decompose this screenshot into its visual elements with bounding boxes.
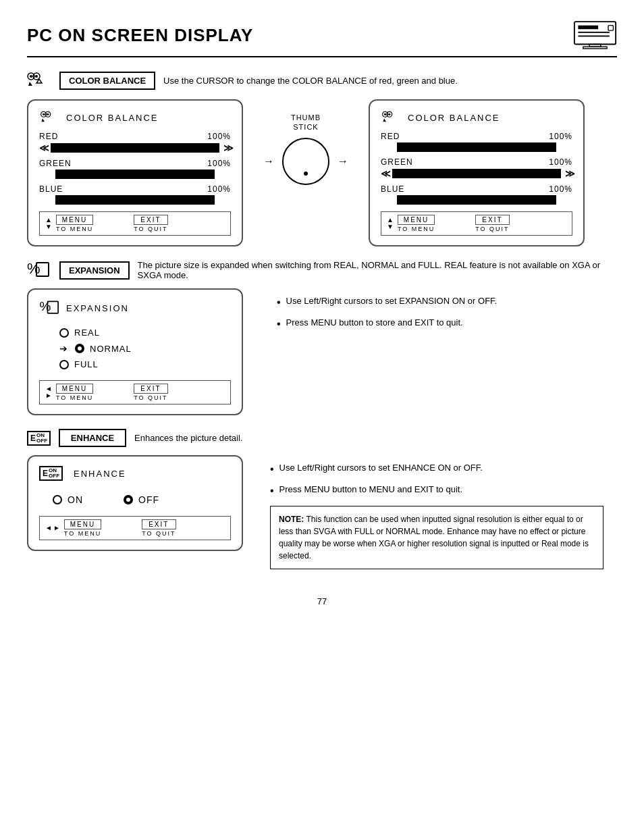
expansion-osd-title-text: EXPANSION: [66, 303, 129, 313]
left-osd-title-text: COLOR BALANCE: [66, 113, 159, 123]
enhance-osd-title-text: ENHANCE: [74, 469, 126, 479]
thumbstick-dot: [304, 172, 308, 176]
enhance-nav-arrows: ◄ ►: [45, 525, 60, 531]
svg-point-18: [388, 113, 390, 115]
enhance-label: ENHANCE: [59, 429, 126, 447]
enhance-left-arrow: ◄: [45, 525, 52, 531]
blue-label: BLUE: [39, 184, 63, 194]
enhance-on-label: ON: [68, 494, 83, 505]
expansion-right-panel: Use Left/Right cursors to set EXPANSION …: [263, 288, 617, 346]
enhance-exit-btn-top: EXIT: [142, 519, 176, 529]
right-nav-arrows: ▲ ▼: [387, 217, 394, 230]
enhance-right-panel: Use Left/Right cursors to set ENHANCE ON…: [257, 455, 617, 576]
expansion-menu-btn-top: MENU: [56, 384, 93, 394]
enhance-osd-footer: ◄ ► MENU TO MENU EXIT TO QUIT: [39, 516, 231, 540]
enhance-osd-nav: ◄ ► MENU TO MENU EXIT TO QUIT: [45, 519, 176, 537]
right-blue-bar-row: BLUE 100%: [381, 184, 572, 205]
enhance-bullet-2: Press MENU button to MENU and EXIT to qu…: [270, 484, 603, 498]
right-osd-footer: ▲ ▼ MENU TO MENU EXIT TO QUIT: [381, 211, 572, 236]
enhance-on-off-options: ON OFF: [53, 494, 231, 505]
expansion-osd-footer: ◄ ► MENU TO MENU EXIT TO QUIT: [39, 380, 231, 405]
svg-rect-2: [578, 32, 609, 33]
expansion-nav-arrows: ◄ ►: [45, 386, 52, 399]
menu-exit-btns: MENU TO MENU EXIT TO QUIT: [56, 215, 168, 232]
down-arrow: ▼: [45, 224, 52, 230]
right-green-percent: 100%: [549, 157, 572, 167]
red-arrow-left: ≪: [39, 142, 47, 153]
red-bar-row: RED 100% ≪ ≫: [39, 132, 231, 153]
menu-btn: MENU TO MENU: [56, 215, 93, 232]
enhance-osd: E ONOFF ENHANCE ON OFF: [27, 455, 243, 551]
exit-btn: EXIT TO QUIT: [134, 215, 167, 232]
real-radio: [59, 328, 69, 338]
enhance-menu-btn-top: MENU: [64, 519, 101, 529]
expansion-exit-btn-top: EXIT: [134, 384, 167, 394]
svg-point-12: [43, 113, 45, 115]
expansion-bullet-2: Press MENU button to store and EXIT to q…: [277, 317, 603, 332]
right-exit-btn-top: EXIT: [475, 215, 509, 225]
expansion-normal-row: ➔ NORMAL: [59, 343, 231, 354]
color-balance-icon: [27, 71, 51, 90]
expansion-label: EXPANSION: [59, 261, 130, 280]
expansion-osd-title-row: % EXPANSION: [39, 299, 231, 317]
note-text: This function can be used when inputted …: [279, 515, 589, 561]
green-label: GREEN: [39, 159, 72, 168]
expansion-real-row: REAL: [59, 328, 231, 338]
enhance-bullet-list: Use Left/Right cursors to set ENHANCE ON…: [270, 462, 603, 499]
expansion-osd: % EXPANSION REAL ➔ NORMAL: [27, 288, 243, 415]
right-green-arrow-left: ≪: [381, 168, 388, 179]
full-label: FULL: [74, 359, 99, 369]
expansion-desc: The picture size is expanded when switch…: [138, 260, 617, 280]
expansion-diagrams: % EXPANSION REAL ➔ NORMAL: [27, 288, 617, 415]
svg-point-10: [35, 75, 38, 78]
expansion-section-header: % EXPANSION The picture size is expanded…: [27, 260, 617, 280]
green-bar-row: GREEN 100%: [39, 159, 231, 179]
svg-rect-4: [608, 26, 613, 30]
red-bar: [51, 143, 219, 153]
color-balance-section-header: COLOR BALANCE Use the CURSOR to change t…: [27, 71, 617, 90]
svg-point-8: [30, 75, 32, 78]
right-menu-exit-btns: MENU TO MENU EXIT TO QUIT: [398, 215, 510, 232]
right-green-arrow-right: ≫: [565, 168, 572, 179]
expansion-bullet-1: Use Left/Right cursors to set EXPANSION …: [277, 295, 603, 310]
menu-btn-top: MENU: [56, 215, 93, 225]
page-number: 77: [27, 596, 617, 606]
color-balance-diagrams: COLOR BALANCE RED 100% ≪ ≫ GREEN 100%: [27, 99, 617, 246]
expansion-exit-btn-bottom: TO QUIT: [134, 394, 167, 401]
right-red-bar-row: RED 100%: [381, 132, 572, 152]
expansion-full-row: FULL: [59, 359, 231, 369]
svg-point-16: [384, 113, 386, 115]
right-down-arrow: ▼: [387, 224, 394, 230]
enhance-menu-btn-bottom: TO MENU: [64, 530, 101, 537]
color-balance-label: COLOR BALANCE: [59, 72, 155, 90]
real-label: REAL: [74, 328, 100, 338]
full-radio: [59, 360, 69, 369]
right-blue-percent: 100%: [549, 184, 572, 194]
enhance-diagrams: E ONOFF ENHANCE ON OFF: [27, 455, 617, 576]
right-exit-btn-bottom: TO QUIT: [475, 226, 509, 232]
exit-btn-bottom: TO QUIT: [134, 226, 167, 232]
red-arrow-right: ≫: [223, 142, 231, 153]
right-red-bar: [397, 142, 556, 152]
page-header: PC ON SCREEN DISPLAY: [27, 20, 617, 57]
svg-point-14: [47, 113, 49, 115]
enhance-menu-exit-btns: MENU TO MENU EXIT TO QUIT: [64, 519, 176, 537]
left-osd-title: COLOR BALANCE: [39, 110, 231, 125]
color-balance-right-osd: COLOR BALANCE RED 100% GREEN 100%: [369, 99, 585, 246]
enhance-icon-box: E ONOFF: [27, 431, 51, 446]
right-menu-btn-bottom: TO MENU: [398, 226, 435, 232]
menu-btn-bottom: TO MENU: [56, 226, 93, 232]
right-osd-nav: ▲ ▼ MENU TO MENU EXIT TO QUIT: [387, 215, 510, 232]
nav-arrows: ▲ ▼: [45, 217, 52, 230]
left-osd-nav: ▲ ▼ MENU TO MENU EXIT TO QUIT: [45, 215, 168, 232]
blue-bar-row: BLUE 100%: [39, 184, 231, 205]
enhance-on-radio: [53, 495, 62, 504]
svg-rect-6: [583, 47, 607, 49]
expansion-osd-nav: ◄ ► MENU TO MENU EXIT TO QUIT: [45, 384, 168, 401]
enhance-e-letter: E: [30, 434, 36, 443]
page-title: PC ON SCREEN DISPLAY: [27, 25, 253, 46]
right-green-bar: [392, 169, 561, 178]
exit-btn-top: EXIT: [134, 215, 167, 225]
enhance-exit-btn: EXIT TO QUIT: [142, 519, 176, 537]
monitor-icon: [573, 20, 617, 51]
